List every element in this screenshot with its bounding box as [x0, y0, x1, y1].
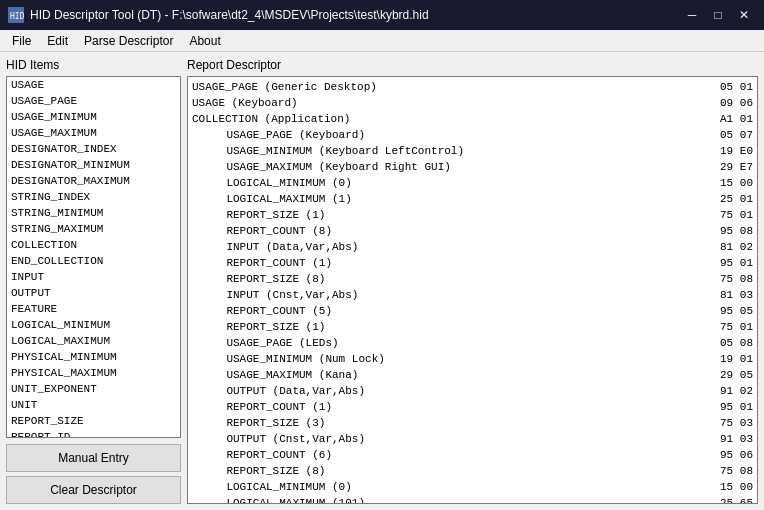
list-item[interactable]: STRING_MINIMUM	[7, 205, 180, 221]
menu-item-file[interactable]: File	[4, 32, 39, 50]
list-item[interactable]: FEATURE	[7, 301, 180, 317]
report-line-text: USAGE_MINIMUM (Num Lock)	[192, 351, 385, 367]
report-line-text: REPORT_COUNT (6)	[192, 447, 332, 463]
report-line-code: 09 06	[720, 95, 753, 111]
list-item[interactable]: REPORT_ID	[7, 429, 180, 438]
list-item[interactable]: USAGE_MAXIMUM	[7, 125, 180, 141]
list-item[interactable]: END_COLLECTION	[7, 253, 180, 269]
report-line-code: 75 08	[720, 463, 753, 479]
menu-item-about[interactable]: About	[181, 32, 228, 50]
close-button[interactable]: ✕	[732, 5, 756, 25]
report-line-code: 15 00	[720, 175, 753, 191]
right-panel: Report Descriptor USAGE_PAGE (Generic De…	[187, 58, 758, 504]
report-line-text: OUTPUT (Data,Var,Abs)	[192, 383, 365, 399]
list-item[interactable]: DESIGNATOR_MAXIMUM	[7, 173, 180, 189]
report-line: OUTPUT (Cnst,Var,Abs)91 03	[192, 431, 753, 447]
report-line-code: 95 08	[720, 223, 753, 239]
report-line-code: 95 01	[720, 255, 753, 271]
report-line-text: USAGE_MAXIMUM (Keyboard Right GUI)	[192, 159, 451, 175]
report-line-code: 25 01	[720, 191, 753, 207]
app-icon: HID	[8, 7, 24, 23]
report-line: OUTPUT (Data,Var,Abs)91 02	[192, 383, 753, 399]
report-line-code: 29 05	[720, 367, 753, 383]
list-item[interactable]: UNIT_EXPONENT	[7, 381, 180, 397]
list-item[interactable]: REPORT_SIZE	[7, 413, 180, 429]
report-line-code: 95 06	[720, 447, 753, 463]
panels: HID Items USAGEUSAGE_PAGEUSAGE_MINIMUMUS…	[6, 58, 758, 504]
report-line: USAGE_PAGE (Generic Desktop)05 01	[192, 79, 753, 95]
report-line-text: REPORT_SIZE (8)	[192, 463, 325, 479]
list-item[interactable]: USAGE_PAGE	[7, 93, 180, 109]
report-line-code: 75 08	[720, 271, 753, 287]
window-controls: ─ □ ✕	[680, 5, 756, 25]
button-group: Manual Entry Clear Descriptor	[6, 442, 181, 504]
manual-entry-button[interactable]: Manual Entry	[6, 444, 181, 472]
report-line-code: 75 01	[720, 319, 753, 335]
report-descriptor-label: Report Descriptor	[187, 58, 758, 72]
hid-items-listbox[interactable]: USAGEUSAGE_PAGEUSAGE_MINIMUMUSAGE_MAXIMU…	[6, 76, 181, 438]
report-line-code: 91 03	[720, 431, 753, 447]
list-item[interactable]: OUTPUT	[7, 285, 180, 301]
report-line-code: 75 01	[720, 207, 753, 223]
main-content: HID Items USAGEUSAGE_PAGEUSAGE_MINIMUMUS…	[0, 52, 764, 510]
report-line-code: 81 02	[720, 239, 753, 255]
report-line: REPORT_SIZE (8)75 08	[192, 463, 753, 479]
report-line: INPUT (Data,Var,Abs)81 02	[192, 239, 753, 255]
report-line: USAGE (Keyboard)09 06	[192, 95, 753, 111]
report-line-code: 05 08	[720, 335, 753, 351]
report-line: REPORT_COUNT (1)95 01	[192, 255, 753, 271]
report-line: REPORT_SIZE (1)75 01	[192, 207, 753, 223]
list-item[interactable]: INPUT	[7, 269, 180, 285]
report-line-code: 05 07	[720, 127, 753, 143]
report-line-text: COLLECTION (Application)	[192, 111, 350, 127]
report-line-code: 25 65	[720, 495, 753, 504]
report-line-code: 95 05	[720, 303, 753, 319]
list-item[interactable]: LOGICAL_MAXIMUM	[7, 333, 180, 349]
list-item[interactable]: PHYSICAL_MAXIMUM	[7, 365, 180, 381]
report-line-text: REPORT_COUNT (5)	[192, 303, 332, 319]
minimize-button[interactable]: ─	[680, 5, 704, 25]
report-line-code: 29 E7	[720, 159, 753, 175]
report-line: USAGE_PAGE (LEDs)05 08	[192, 335, 753, 351]
report-line-text: INPUT (Data,Var,Abs)	[192, 239, 358, 255]
list-item[interactable]: DESIGNATOR_INDEX	[7, 141, 180, 157]
list-item[interactable]: USAGE	[7, 77, 180, 93]
report-line: USAGE_MAXIMUM (Kana)29 05	[192, 367, 753, 383]
report-line: REPORT_SIZE (8)75 08	[192, 271, 753, 287]
menu-item-edit[interactable]: Edit	[39, 32, 76, 50]
list-item[interactable]: COLLECTION	[7, 237, 180, 253]
menu-bar: FileEditParse DescriptorAbout	[0, 30, 764, 52]
report-line: LOGICAL_MINIMUM (0)15 00	[192, 175, 753, 191]
list-item[interactable]: USAGE_MINIMUM	[7, 109, 180, 125]
list-item[interactable]: PHYSICAL_MINIMUM	[7, 349, 180, 365]
report-line-text: LOGICAL_MINIMUM (0)	[192, 175, 352, 191]
report-line-code: 75 03	[720, 415, 753, 431]
report-line: USAGE_MINIMUM (Num Lock)19 01	[192, 351, 753, 367]
window-title: HID Descriptor Tool (DT) - F:\sofware\dt…	[30, 8, 680, 22]
hid-items-label: HID Items	[6, 58, 181, 72]
report-line-code: 19 E0	[720, 143, 753, 159]
report-line-text: REPORT_COUNT (1)	[192, 255, 332, 271]
left-panel: HID Items USAGEUSAGE_PAGEUSAGE_MINIMUMUS…	[6, 58, 181, 504]
report-line-code: 15 00	[720, 479, 753, 495]
report-line: REPORT_COUNT (6)95 06	[192, 447, 753, 463]
report-line-code: A1 01	[720, 111, 753, 127]
report-line-text: LOGICAL_MAXIMUM (101)	[192, 495, 365, 504]
list-item[interactable]: STRING_MAXIMUM	[7, 221, 180, 237]
list-item[interactable]: DESIGNATOR_MINIMUM	[7, 157, 180, 173]
report-line-text: USAGE_PAGE (Generic Desktop)	[192, 79, 377, 95]
list-item[interactable]: UNIT	[7, 397, 180, 413]
report-line: LOGICAL_MINIMUM (0)15 00	[192, 479, 753, 495]
list-item[interactable]: LOGICAL_MINIMUM	[7, 317, 180, 333]
menu-item-parse-descriptor[interactable]: Parse Descriptor	[76, 32, 181, 50]
report-line-code: 95 01	[720, 399, 753, 415]
maximize-button[interactable]: □	[706, 5, 730, 25]
report-descriptor-area[interactable]: USAGE_PAGE (Generic Desktop)05 01USAGE (…	[187, 76, 758, 504]
clear-descriptor-button[interactable]: Clear Descriptor	[6, 476, 181, 504]
report-line: REPORT_SIZE (3)75 03	[192, 415, 753, 431]
report-line-text: USAGE (Keyboard)	[192, 95, 298, 111]
report-line-text: REPORT_SIZE (1)	[192, 319, 325, 335]
report-line: REPORT_COUNT (5)95 05	[192, 303, 753, 319]
list-item[interactable]: STRING_INDEX	[7, 189, 180, 205]
report-line-text: USAGE_PAGE (LEDs)	[192, 335, 339, 351]
